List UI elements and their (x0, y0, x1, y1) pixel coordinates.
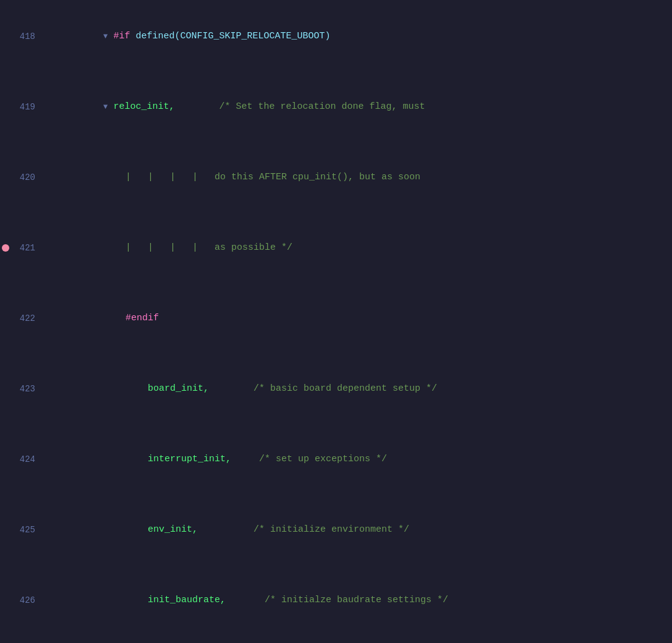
func-baudrate: init_baudrate, (148, 595, 226, 605)
macro-name: defined(CONFIG_SKIP_RELOCATE_UBOOT) (130, 31, 330, 41)
comment-423: /* basic board dependent setup */ (209, 383, 437, 394)
line-424: 424 interrupt_init, /* set up exceptions… (0, 424, 672, 495)
linenum-426: 426 (11, 589, 45, 612)
line-423: 423 board_init, /* basic board dependent… (0, 354, 672, 424)
line-427: 427 serial_init, /* serial communication… (0, 636, 672, 643)
linenum-420: 420 (11, 166, 45, 189)
indent (103, 595, 148, 605)
indent (103, 524, 148, 535)
linecontent-420: | | | | do this AFTER cpu_init(), but as… (45, 142, 672, 213)
keyword-endif: #endif (103, 313, 159, 323)
indent (103, 383, 148, 394)
top-panel: 418 ▼ #if defined(CONFIG_SKIP_RELOCATE_U… (0, 0, 672, 643)
func-name: reloc_init, (113, 101, 174, 112)
linecontent-427: serial_init, /* serial communications se… (45, 636, 672, 643)
linecontent-423: board_init, /* basic board dependent set… (45, 354, 672, 424)
keyword-if: #if (113, 31, 130, 41)
line-419: 419 ▼ reloc_init, /* Set the relocation … (0, 72, 672, 142)
comment-424: /* set up exceptions */ (231, 454, 387, 464)
linecontent-419: ▼ reloc_init, /* Set the relocation done… (45, 72, 672, 142)
linenum-424: 424 (11, 448, 45, 471)
line-421: 421 | | | | as possible */ (0, 213, 672, 283)
line-420: 420 | | | | do this AFTER cpu_init(), bu… (0, 142, 672, 213)
func-interrupt: interrupt_init, (148, 454, 231, 464)
func-env: env_init, (148, 524, 198, 535)
linenum-418: 418 (11, 25, 45, 48)
linecontent-422: #endif (45, 283, 672, 354)
line-425: 425 env_init, /* initialize environment … (0, 495, 672, 565)
comment-425: /* initialize environment */ (198, 524, 409, 535)
line-426: 426 init_baudrate, /* initialze baudrate… (0, 565, 672, 636)
linenum-425: 425 (11, 518, 45, 542)
top-code-area: 418 ▼ #if defined(CONFIG_SKIP_RELOCATE_U… (0, 1, 672, 643)
line-418: 418 ▼ #if defined(CONFIG_SKIP_RELOCATE_U… (0, 1, 672, 72)
linenum-423: 423 (11, 377, 45, 401)
comment-426: /* initialze baudrate settings */ (226, 595, 448, 605)
breakpoint-421[interactable] (0, 244, 11, 252)
linenum-419: 419 (11, 95, 45, 119)
line-422: 422 #endif (0, 283, 672, 354)
linenum-421: 421 (11, 236, 45, 260)
comment-420: | | | | do this AFTER cpu_init(), but as… (103, 172, 420, 182)
comment: /* Set the relocation done flag, must (174, 101, 425, 112)
linecontent-418: ▼ #if defined(CONFIG_SKIP_RELOCATE_UBOOT… (45, 1, 672, 72)
linecontent-426: init_baudrate, /* initialze baudrate set… (45, 565, 672, 636)
func-board: board_init, (148, 383, 209, 394)
comment-421: | | | | as possible */ (103, 242, 292, 253)
linenum-422: 422 (11, 307, 45, 330)
fold-icon-418[interactable]: ▼ (103, 32, 112, 41)
linecontent-425: env_init, /* initialize environment */ (45, 495, 672, 565)
linecontent-424: interrupt_init, /* set up exceptions */ (45, 424, 672, 495)
linecontent-421: | | | | as possible */ (45, 213, 672, 283)
editor-container: 418 ▼ #if defined(CONFIG_SKIP_RELOCATE_U… (0, 0, 672, 643)
indent (103, 454, 148, 464)
breakpoint-marker (2, 244, 9, 252)
fold-icon-419[interactable]: ▼ (103, 103, 112, 111)
